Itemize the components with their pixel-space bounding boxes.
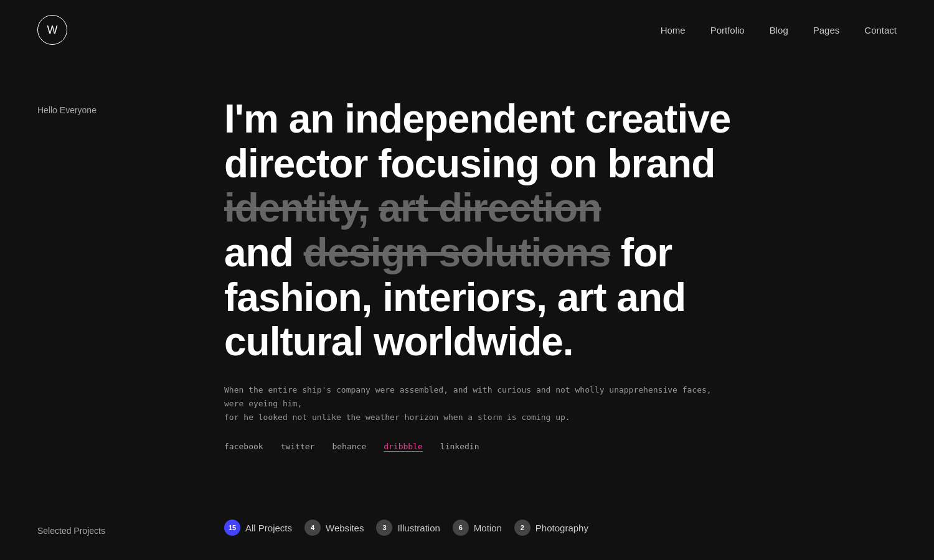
filter-label: Illustration [397,523,440,533]
social-link-twitter[interactable]: twitter [281,442,315,451]
projects-section: Selected Projects 15All Projects4Website… [0,501,934,560]
heading-strikethrough-design: design solutions [304,230,610,275]
nav-item-pages[interactable]: Pages [813,25,840,35]
filter-badge: 4 [304,520,321,536]
greeting-label: Hello Everyone [37,105,97,115]
nav-item-portfolio[interactable]: Portfolio [710,25,745,35]
filter-badge: 15 [224,520,240,536]
header: W HomePortfolioBlogPagesContact [0,0,934,60]
social-link-linkedin[interactable]: linkedin [440,442,479,451]
social-link-facebook[interactable]: facebook [224,442,263,451]
social-links: facebooktwitterbehancedribbblelinkedin [224,442,785,451]
filter-tab-websites[interactable]: 4Websites [304,520,364,536]
filter-label: All Projects [245,523,292,533]
filter-tab-photography[interactable]: 2Photography [514,520,588,536]
filter-tab-illustration[interactable]: 3Illustration [376,520,440,536]
filter-tab-motion[interactable]: 6Motion [453,520,502,536]
projects-section-label: Selected Projects [37,520,199,536]
hero-description: When the entire ship's company were asse… [224,383,735,424]
nav-item-contact[interactable]: Contact [864,25,897,35]
heading-space-1 [369,185,379,230]
filter-tabs: 15All Projects4Websites3Illustration6Mot… [224,520,588,536]
hero-section: Hello Everyone I'm an independent creati… [0,60,934,501]
social-link-behance[interactable]: behance [332,442,366,451]
nav-item-blog[interactable]: Blog [770,25,788,35]
hero-left: Hello Everyone [37,97,199,451]
filter-label: Motion [474,523,502,533]
projects-header: Selected Projects 15All Projects4Website… [37,520,897,536]
filter-label: Photography [535,523,588,533]
logo-button[interactable]: W [37,15,67,45]
heading-strikethrough-identity: identity, [224,185,369,230]
filter-badge: 2 [514,520,531,536]
main-nav: HomePortfolioBlogPagesContact [661,25,897,35]
nav-item-home[interactable]: Home [661,25,686,35]
filter-badge: 3 [376,520,392,536]
heading-strikethrough-art: art direction [379,185,601,230]
filter-tab-all-projects[interactable]: 15All Projects [224,520,292,536]
hero-heading: I'm an independent creative director foc… [224,97,785,365]
heading-text-2: and [224,230,304,275]
hero-content: I'm an independent creative director foc… [224,97,785,451]
filter-badge: 6 [453,520,469,536]
social-link-dribbble[interactable]: dribbble [384,442,423,451]
filter-label: Websites [326,523,364,533]
heading-text-1: I'm an independent creative director foc… [224,96,730,186]
